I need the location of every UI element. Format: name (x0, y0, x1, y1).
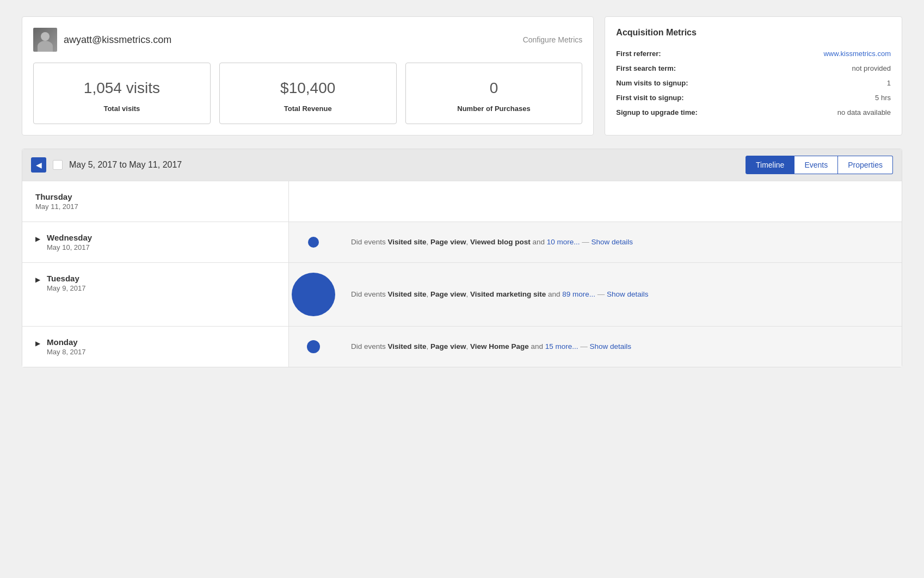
day-name-monday: Monday (47, 337, 86, 347)
day-date-wednesday: May 10, 2017 (47, 243, 92, 251)
profile-card: awyatt@kissmetrics.com Configure Metrics… (22, 16, 594, 136)
timeline-row-tuesday: ▶ Tuesday May 9, 2017 Did events Visited… (22, 262, 902, 326)
day-column-monday: ▶ Monday May 8, 2017 (22, 327, 289, 367)
back-button[interactable]: ◀ (31, 157, 46, 173)
activity-dot-tuesday (292, 273, 335, 316)
tab-buttons: Timeline Events Properties (746, 156, 893, 174)
top-section: awyatt@kissmetrics.com Configure Metrics… (22, 16, 902, 136)
avatar (33, 28, 57, 52)
tab-timeline[interactable]: Timeline (746, 156, 794, 174)
more-events-link-tuesday[interactable]: 89 more... (562, 290, 595, 298)
acq-value-search: not provided (852, 64, 891, 72)
timeline-row-thursday: Thursday May 11, 2017 (22, 181, 902, 222)
day-date-monday: May 8, 2017 (47, 348, 86, 356)
day-info-wednesday: Wednesday May 10, 2017 (47, 233, 92, 251)
acq-row-search: First search term: not provided (616, 61, 891, 76)
metrics-boxes: 1,054 visits Total visits $10,400 Total … (33, 63, 582, 124)
show-details-monday[interactable]: Show details (590, 342, 632, 351)
acq-label-referrer: First referrer: (616, 50, 661, 58)
day-name-thursday: Thursday (35, 192, 78, 201)
separator-mon: — (580, 342, 588, 351)
profile-email: awyatt@kissmetrics.com (64, 34, 171, 46)
show-details-wednesday[interactable]: Show details (592, 238, 633, 246)
acq-label-first-visit: First visit to signup: (616, 94, 683, 102)
more-events-link-wednesday[interactable]: 10 more... (547, 238, 580, 246)
metric-value-revenue: $10,400 (231, 79, 385, 97)
day-date-tuesday: May 9, 2017 (47, 284, 86, 292)
event-name-visited-site-mon: Visited site (388, 342, 427, 351)
event-name-home-page-mon: View Home Page (470, 342, 529, 351)
metric-box-visits: 1,054 visits Total visits (33, 63, 211, 124)
events-text-tuesday: Did events Visited site, Page view, Visi… (351, 289, 649, 300)
events-column-thursday (289, 181, 902, 222)
separator-wed: — (582, 238, 589, 246)
timeline-header: ◀ May 5, 2017 to May 11, 2017 Timeline E… (22, 149, 902, 181)
metric-box-purchases: 0 Number of Purchases (405, 63, 583, 124)
day-info-tuesday: Tuesday May 9, 2017 (47, 274, 86, 292)
separator-tue: — (597, 290, 605, 298)
acq-label-visits-signup: Num visits to signup: (616, 79, 688, 87)
events-column-wednesday: Did events Visited site, Page view, View… (338, 222, 902, 262)
day-date-thursday: May 11, 2017 (35, 202, 78, 211)
day-info-monday: Monday May 8, 2017 (47, 337, 86, 356)
acq-value-visits-signup: 1 (887, 79, 891, 87)
metric-label-purchases: Number of Purchases (417, 104, 571, 113)
activity-dot-wednesday (308, 237, 319, 248)
events-text-monday: Did events Visited site, Page view, View… (351, 341, 631, 352)
dot-column-tuesday (289, 263, 338, 326)
event-name-visited-site-tue: Visited site (388, 290, 427, 298)
acq-row-referrer: First referrer: www.kissmetrics.com (616, 46, 891, 61)
acq-label-search: First search term: (616, 64, 676, 72)
date-range-text: May 5, 2017 to May 11, 2017 (69, 160, 739, 170)
profile-identity: awyatt@kissmetrics.com (33, 28, 171, 52)
tab-properties[interactable]: Properties (838, 156, 893, 174)
event-name-blog-post-wed: Viewed blog post (470, 238, 531, 246)
day-name-tuesday: Tuesday (47, 274, 86, 283)
more-events-link-monday[interactable]: 15 more... (545, 342, 578, 351)
show-details-tuesday[interactable]: Show details (607, 290, 649, 298)
metric-label-revenue: Total Revenue (231, 104, 385, 113)
back-arrow-icon: ◀ (36, 161, 42, 169)
activity-dot-monday (307, 340, 320, 353)
expand-arrow-tuesday[interactable]: ▶ (35, 276, 40, 284)
event-name-marketing-site-tue: Visited marketing site (470, 290, 546, 298)
events-text-wednesday: Did events Visited site, Page view, View… (351, 237, 633, 248)
acquisition-table: First referrer: www.kissmetrics.com Firs… (616, 46, 891, 120)
event-name-page-view-tue: Page view (430, 290, 466, 298)
configure-metrics-link[interactable]: Configure Metrics (523, 35, 583, 44)
day-info-thursday: Thursday May 11, 2017 (35, 192, 78, 211)
acq-value-referrer[interactable]: www.kissmetrics.com (823, 50, 891, 58)
tab-events[interactable]: Events (794, 156, 838, 174)
acq-row-visits-signup: Num visits to signup: 1 (616, 76, 891, 90)
timeline-row-monday: ▶ Monday May 8, 2017 Did events Visited … (22, 326, 902, 367)
acq-row-first-visit: First visit to signup: 5 hrs (616, 90, 891, 105)
dot-column-wednesday (289, 222, 338, 262)
profile-header: awyatt@kissmetrics.com Configure Metrics (33, 28, 582, 52)
acquisition-title: Acquisition Metrics (616, 28, 891, 38)
page-wrapper: awyatt@kissmetrics.com Configure Metrics… (0, 0, 924, 384)
expand-arrow-wednesday[interactable]: ▶ (35, 235, 40, 243)
events-column-tuesday: Did events Visited site, Page view, Visi… (338, 263, 902, 326)
acq-row-signup-upgrade: Signup to upgrade time: no data availabl… (616, 105, 891, 120)
acquisition-card: Acquisition Metrics First referrer: www.… (605, 16, 902, 136)
acq-label-signup-upgrade: Signup to upgrade time: (616, 108, 698, 116)
timeline-section: ◀ May 5, 2017 to May 11, 2017 Timeline E… (22, 149, 902, 367)
acq-value-signup-upgrade: no data available (837, 108, 891, 116)
day-column-tuesday: ▶ Tuesday May 9, 2017 (22, 263, 289, 326)
expand-arrow-monday[interactable]: ▶ (35, 340, 40, 347)
metric-value-purchases: 0 (417, 79, 571, 97)
day-column-thursday: Thursday May 11, 2017 (22, 181, 289, 222)
timeline-row-wednesday: ▶ Wednesday May 10, 2017 Did events Visi… (22, 222, 902, 262)
dot-column-monday (289, 327, 338, 367)
metric-value-visits: 1,054 visits (45, 79, 199, 97)
events-column-monday: Did events Visited site, Page view, View… (338, 327, 902, 367)
event-name-page-view-mon: Page view (430, 342, 466, 351)
metric-label-visits: Total visits (45, 104, 199, 113)
day-column-wednesday: ▶ Wednesday May 10, 2017 (22, 222, 289, 262)
event-name-page-view-wed: Page view (430, 238, 466, 246)
day-name-wednesday: Wednesday (47, 233, 92, 242)
event-name-visited-site-wed: Visited site (388, 238, 427, 246)
acq-value-first-visit: 5 hrs (875, 94, 891, 102)
date-range-checkbox[interactable] (53, 160, 63, 170)
metric-box-revenue: $10,400 Total Revenue (219, 63, 397, 124)
